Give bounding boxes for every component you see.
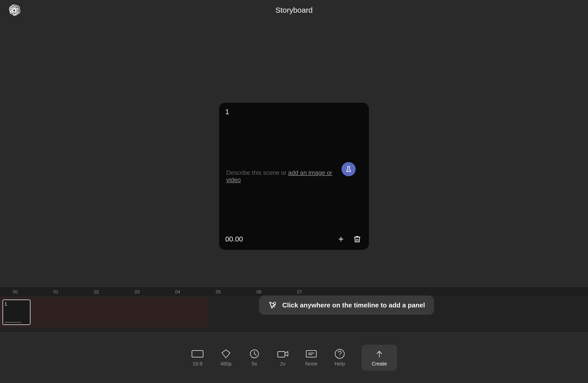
- timeline-highlight: [0, 297, 208, 327]
- help-icon: [333, 349, 346, 359]
- captions-icon: [305, 349, 318, 359]
- panel-card: 1 Describe this scene or add an image or…: [219, 103, 369, 250]
- delete-panel-button[interactable]: [352, 234, 363, 245]
- camera-icon: [276, 349, 289, 359]
- timeline-panel-1[interactable]: 1: [3, 300, 30, 325]
- timeline-track[interactable]: 1 Click anywhere on the timeline to add …: [0, 297, 588, 327]
- panel-timecode: 00.00: [225, 235, 243, 243]
- timeline-panel-bar: [5, 322, 21, 323]
- panel-number: 1: [225, 108, 229, 116]
- clock-icon: [248, 349, 261, 359]
- panel-footer: 00.00 +: [225, 234, 363, 245]
- aspect-ratio-icon: [191, 349, 204, 359]
- svg-marker-4: [222, 350, 230, 358]
- ruler-mark-06: 06: [256, 289, 262, 295]
- ruler-mark-02: 02: [94, 289, 99, 295]
- ruler-mark-03: 03: [135, 289, 140, 295]
- svg-point-1: [349, 170, 349, 171]
- ruler-mark-07: 07: [297, 289, 302, 295]
- toolbar-item-create[interactable]: Create: [362, 345, 397, 371]
- arrow-up-icon: [373, 349, 386, 359]
- svg-point-12: [339, 356, 340, 357]
- diamond-icon: [219, 349, 233, 359]
- toolbar-item-help[interactable]: Help: [333, 349, 346, 367]
- svg-point-11: [335, 349, 344, 358]
- toolbar-item-quality[interactable]: 480p: [219, 349, 233, 367]
- bottom-toolbar: 16:9 480p 5s 2v: [0, 332, 588, 383]
- tooltip-message: Click anywhere on the timeline to add a …: [282, 301, 425, 309]
- captions-label: None: [305, 361, 317, 367]
- scene-placeholder-text: Describe this scene or: [226, 169, 288, 176]
- ruler-mark-00: 00: [13, 289, 18, 295]
- main-area: 1 Describe this scene or add an image or…: [0, 20, 588, 332]
- ruler-mark-01: 01: [53, 289, 58, 295]
- add-panel-button[interactable]: +: [335, 234, 347, 245]
- svg-rect-6: [278, 352, 285, 357]
- timeline-area[interactable]: 00 01 02 03 04 05 06 07 1 Click anywher: [0, 287, 588, 332]
- help-label: Help: [334, 361, 345, 367]
- openai-logo[interactable]: [9, 5, 20, 16]
- svg-marker-7: [285, 352, 288, 356]
- aspect-ratio-label: 16:9: [193, 361, 203, 367]
- create-label: Create: [372, 361, 387, 367]
- click-cursor-icon: [268, 301, 277, 310]
- page-title: Storyboard: [275, 6, 313, 14]
- toolbar-item-version[interactable]: 2v: [276, 349, 289, 367]
- toolbar-item-aspect-ratio[interactable]: 16:9: [191, 349, 204, 367]
- svg-rect-8: [306, 351, 316, 357]
- panel-actions: +: [335, 234, 363, 245]
- duration-label: 5s: [252, 361, 257, 367]
- header: Storyboard: [0, 0, 588, 20]
- version-label: 2v: [280, 361, 285, 367]
- toolbar-item-captions[interactable]: None: [305, 349, 318, 367]
- add-panel-tooltip: Click anywhere on the timeline to add a …: [259, 295, 434, 315]
- toolbar-item-duration[interactable]: 5s: [248, 349, 261, 367]
- timeline-panel-num: 1: [5, 302, 28, 307]
- ruler-mark-04: 04: [175, 289, 180, 295]
- quality-label: 480p: [220, 361, 232, 367]
- scene-description-area: Describe this scene or add an image or v…: [219, 169, 369, 183]
- lab-button[interactable]: [341, 162, 356, 176]
- svg-point-0: [348, 169, 349, 170]
- ruler-mark-05: 05: [216, 289, 221, 295]
- svg-rect-3: [192, 351, 203, 357]
